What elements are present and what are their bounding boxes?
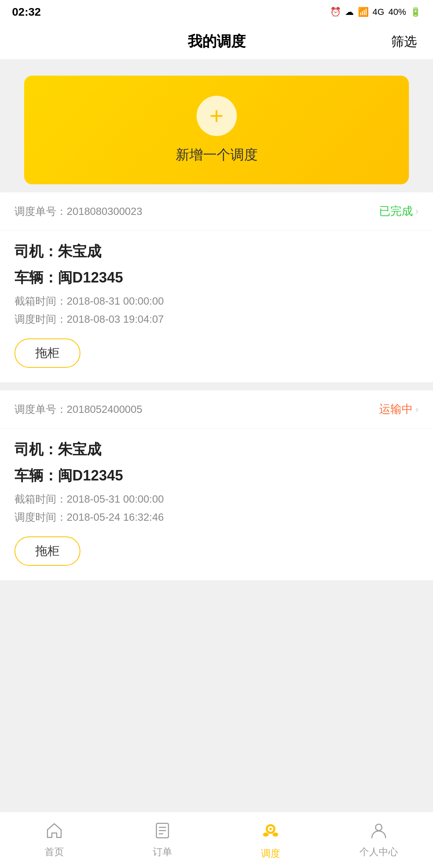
tab-order-label: 订单	[153, 845, 172, 858]
svg-point-7	[263, 833, 269, 837]
tab-profile[interactable]: 个人中心	[325, 812, 433, 868]
order-card-1-body: 司机：朱宝成 车辆：闽D12345 截箱时间：2018-08-31 00:00:…	[0, 231, 433, 382]
add-label: 新增一个调度	[176, 146, 258, 164]
tab-bar: 首页 订单 调度	[0, 812, 433, 868]
order-card-2-header: 调度单号：2018052400005 运输中 ›	[0, 390, 433, 429]
tab-order[interactable]: 订单	[108, 812, 216, 868]
tab-home-label: 首页	[45, 845, 64, 858]
status-bar: 02:32 ⏰ ☁ 📶 4G 40% 🔋	[0, 0, 433, 24]
wifi-icon: ☁	[345, 7, 354, 17]
home-icon	[45, 822, 63, 842]
order-icon	[154, 822, 171, 842]
status-label-1: 已完成	[379, 204, 413, 219]
schedule-icon	[260, 820, 281, 844]
order-card-1-header: 调度单号：2018080300023 已完成 ›	[0, 192, 433, 231]
tag-button-1[interactable]: 拖柜	[14, 338, 80, 368]
driver-2: 司机：朱宝成	[14, 440, 419, 460]
chevron-right-icon-1: ›	[415, 206, 419, 217]
cutoff-time-2: 截箱时间：2018-05-31 00:00:00	[14, 492, 419, 506]
network-label: 4G	[373, 7, 384, 17]
svg-point-6	[269, 828, 272, 830]
driver-1: 司机：朱宝成	[14, 242, 419, 262]
status-time: 02:32	[12, 6, 41, 19]
vehicle-1: 车辆：闽D12345	[14, 268, 419, 288]
filter-button[interactable]: 筛选	[391, 33, 417, 51]
order-card-2-body: 司机：朱宝成 车辆：闽D12345 截箱时间：2018-05-31 00:00:…	[0, 429, 433, 580]
profile-icon	[370, 822, 388, 842]
schedule-time-2: 调度时间：2018-05-24 16:32:46	[14, 510, 419, 524]
tab-profile-label: 个人中心	[359, 845, 398, 858]
add-circle: +	[197, 96, 237, 136]
signal-icon: 📶	[358, 7, 369, 17]
alarm-icon: ⏰	[330, 7, 341, 17]
order-card-2[interactable]: 调度单号：2018052400005 运输中 › 司机：朱宝成 车辆：闽D123…	[0, 390, 433, 580]
order-card-1[interactable]: 调度单号：2018080300023 已完成 › 司机：朱宝成 车辆：闽D123…	[0, 192, 433, 382]
order-status-1[interactable]: 已完成 ›	[379, 204, 419, 219]
page-title: 我的调度	[188, 32, 246, 52]
status-label-2: 运输中	[379, 402, 413, 417]
page-header: 我的调度 筛选	[0, 24, 433, 60]
status-icons: ⏰ ☁ 📶 4G 40% 🔋	[330, 7, 421, 17]
svg-point-9	[376, 824, 382, 831]
battery-icon: 🔋	[410, 7, 421, 17]
orders-list: 调度单号：2018080300023 已完成 › 司机：朱宝成 车辆：闽D123…	[0, 192, 433, 596]
tab-home[interactable]: 首页	[0, 812, 108, 868]
cutoff-time-1: 截箱时间：2018-08-31 00:00:00	[14, 294, 419, 308]
tab-schedule[interactable]: 调度	[217, 812, 325, 868]
add-schedule-button[interactable]: + 新增一个调度	[24, 76, 409, 184]
order-status-2[interactable]: 运输中 ›	[379, 402, 419, 417]
battery-label: 40%	[388, 7, 406, 17]
vehicle-2: 车辆：闽D12345	[14, 466, 419, 486]
chevron-right-icon-2: ›	[415, 404, 419, 415]
plus-icon: +	[209, 104, 224, 128]
main-content: + 新增一个调度 调度单号：2018080300023 已完成 › 司机：朱宝成…	[0, 60, 433, 661]
order-number-1: 调度单号：2018080300023	[14, 204, 142, 219]
order-number-2: 调度单号：2018052400005	[14, 402, 142, 416]
tab-schedule-label: 调度	[261, 847, 280, 860]
schedule-time-1: 调度时间：2018-08-03 19:04:07	[14, 312, 419, 326]
svg-point-8	[273, 833, 278, 837]
tag-button-2[interactable]: 拖柜	[14, 536, 80, 566]
